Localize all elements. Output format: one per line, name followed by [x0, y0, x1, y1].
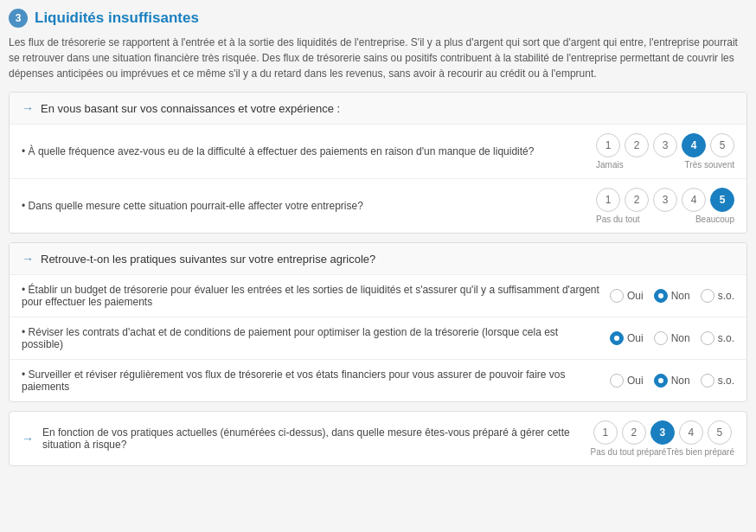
radio-circle-oui-2 — [610, 331, 624, 345]
practice-text-3: Surveiller et réviser régulièrement vos … — [22, 369, 610, 393]
section-header: 3 Liquidités insuffisantes — [9, 9, 747, 28]
oui-label-2: Oui — [627, 332, 644, 344]
radio-circle-oui-1 — [610, 289, 624, 303]
practice-row-1: Établir un budget de trésorerie pour éva… — [10, 275, 746, 317]
so-label-1: s.o. — [718, 290, 734, 302]
radio-so-1[interactable]: s.o. — [701, 289, 734, 303]
radio-oui-1[interactable]: Oui — [610, 289, 644, 303]
section-title: Liquidités insuffisantes — [35, 10, 199, 27]
label-right-1: Très souvent — [685, 160, 734, 170]
bottom-rating-buttons: 1 2 3 4 5 — [593, 420, 732, 445]
card1-subheader-text: En vous basant sur vos connaissances et … — [41, 102, 340, 115]
card-practices: → Retrouve-t-on les pratiques suivantes … — [9, 242, 747, 402]
bottom-rating: 1 2 3 4 5 Pas du tout préparé Très bien … — [591, 420, 734, 457]
yesno-1: Oui Non s.o. — [610, 289, 734, 303]
bottom-bar: → En fonction de vos pratiques actuelles… — [9, 411, 747, 466]
card1-subheader: → En vous basant sur vos connaissances e… — [10, 93, 746, 125]
radio-oui-2[interactable]: Oui — [610, 331, 644, 345]
radio-non-2[interactable]: Non — [654, 331, 690, 345]
practice-text-2: Réviser les contrats d'achat et de condi… — [22, 326, 610, 350]
bottom-label-left: Pas du tout préparé — [591, 447, 667, 457]
practice-text-1: Établir un budget de trésorerie pour éva… — [22, 284, 610, 308]
question-row-2: Dans quelle mesure cette situation pourr… — [10, 179, 746, 233]
non-label-3: Non — [671, 375, 690, 387]
oui-label-3: Oui — [627, 375, 644, 387]
label-left-1: Jamais — [596, 160, 624, 170]
practice-row-3: Surveiller et réviser régulièrement vos … — [10, 360, 746, 401]
bottom-btn-1[interactable]: 1 — [593, 420, 618, 445]
card-knowledge: → En vous basant sur vos connaissances e… — [9, 92, 747, 234]
bottom-label-right: Très bien préparé — [666, 447, 734, 457]
arrow-icon-1: → — [22, 101, 34, 115]
rating-btn-1-2[interactable]: 2 — [625, 133, 649, 157]
bottom-btn-4[interactable]: 4 — [679, 420, 703, 445]
bottom-btn-2[interactable]: 2 — [622, 420, 646, 445]
rating-labels-1: Jamais Très souvent — [596, 160, 734, 170]
label-left-2: Pas du tout — [596, 215, 640, 224]
rating-btn-1-3[interactable]: 3 — [653, 133, 677, 157]
radio-so-3[interactable]: s.o. — [701, 374, 734, 388]
yesno-3: Oui Non s.o. — [610, 374, 734, 388]
rating-scale-2: 1 2 3 4 5 Pas du tout Beaucoup — [596, 188, 734, 224]
section-description: Les flux de trésorerie se rapportent à l… — [9, 35, 747, 81]
bottom-btn-5[interactable]: 5 — [708, 420, 732, 445]
practice-row-2: Réviser les contrats d'achat et de condi… — [10, 317, 746, 360]
rating-btn-1-4[interactable]: 4 — [682, 133, 706, 157]
radio-non-3[interactable]: Non — [654, 374, 690, 388]
label-right-2: Beaucoup — [695, 215, 734, 224]
question-row-1: À quelle fréquence avez-vous eu de la di… — [10, 125, 746, 179]
radio-circle-non-2 — [654, 331, 668, 345]
rating-btn-2-4[interactable]: 4 — [682, 188, 706, 212]
rating-btn-2-1[interactable]: 1 — [596, 188, 620, 212]
non-label-1: Non — [671, 290, 690, 302]
oui-label-1: Oui — [627, 290, 644, 302]
radio-circle-non-1 — [654, 289, 668, 303]
arrow-icon-2: → — [22, 252, 34, 266]
card2-subheader: → Retrouve-t-on les pratiques suivantes … — [10, 243, 746, 275]
rating-btn-2-5[interactable]: 5 — [710, 188, 734, 212]
section-number: 3 — [9, 9, 28, 28]
radio-oui-3[interactable]: Oui — [610, 374, 644, 388]
so-label-3: s.o. — [718, 375, 734, 387]
radio-circle-oui-3 — [610, 374, 624, 388]
rating-buttons-2: 1 2 3 4 5 — [596, 188, 734, 212]
page: 3 Liquidités insuffisantes Les flux de t… — [0, 0, 756, 532]
so-label-2: s.o. — [718, 332, 734, 344]
card2-subheader-text: Retrouve-t-on les pratiques suivantes su… — [41, 253, 375, 266]
question-text-2: Dans quelle mesure cette situation pourr… — [22, 200, 596, 212]
question-text-1: À quelle fréquence avez-vous eu de la di… — [22, 145, 596, 157]
bottom-btn-3[interactable]: 3 — [650, 420, 675, 445]
yesno-2: Oui Non s.o. — [610, 331, 734, 345]
rating-buttons-1: 1 2 3 4 5 — [596, 133, 734, 157]
radio-circle-so-2 — [701, 331, 714, 345]
rating-btn-2-3[interactable]: 3 — [653, 188, 677, 212]
arrow-icon-bottom: → — [22, 432, 34, 445]
rating-btn-1-1[interactable]: 1 — [596, 133, 620, 157]
rating-labels-2: Pas du tout Beaucoup — [596, 215, 734, 224]
rating-btn-2-2[interactable]: 2 — [625, 188, 649, 212]
rating-scale-1: 1 2 3 4 5 Jamais Très souvent — [596, 133, 734, 170]
rating-btn-1-5[interactable]: 5 — [710, 133, 734, 157]
bottom-rating-labels: Pas du tout préparé Très bien préparé — [591, 447, 734, 457]
radio-so-2[interactable]: s.o. — [701, 331, 734, 345]
radio-non-1[interactable]: Non — [654, 289, 690, 303]
radio-circle-so-3 — [701, 374, 714, 388]
radio-circle-so-1 — [701, 289, 714, 303]
non-label-2: Non — [671, 332, 690, 344]
bottom-question: En fonction de vos pratiques actuelles (… — [42, 426, 582, 451]
radio-circle-non-3 — [654, 374, 668, 388]
